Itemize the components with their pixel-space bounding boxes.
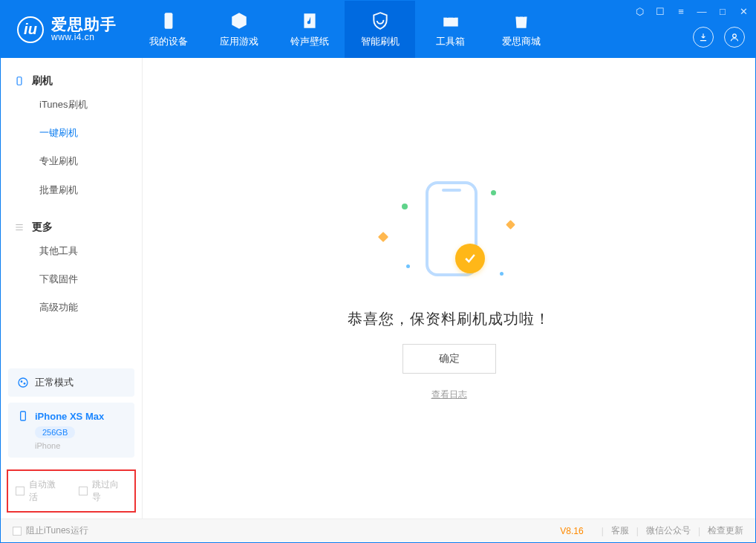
tab-store[interactable]: 爱思商城 xyxy=(486,1,556,58)
sidebar: 刷机 iTunes刷机 一键刷机 专业刷机 批量刷机 更多 其他工具 下载固件 … xyxy=(1,58,143,518)
ok-button[interactable]: 确定 xyxy=(403,344,496,374)
highlighted-options: 自动激活 跳过向导 xyxy=(7,469,136,513)
top-tabs: 我的设备 应用游戏 铃声壁纸 智能刷机 工具箱 爱思商城 xyxy=(133,1,556,58)
tab-my-device[interactable]: 我的设备 xyxy=(133,1,203,58)
tab-label: 智能刷机 xyxy=(361,35,400,48)
app-window: iu 爱思助手 www.i4.cn 我的设备 应用游戏 铃声壁纸 智能刷机 xyxy=(0,0,756,543)
spark-icon xyxy=(402,204,408,209)
user-icon xyxy=(729,32,740,42)
checkbox-label: 跳过向导 xyxy=(92,478,127,504)
download-icon xyxy=(698,32,708,42)
checkbox-box-icon xyxy=(13,527,22,536)
bag-icon xyxy=(512,11,531,30)
spark-icon xyxy=(506,220,515,230)
svg-point-1 xyxy=(733,34,737,38)
sidebar-item-advanced[interactable]: 高级功能 xyxy=(1,293,142,322)
logo-icon: iu xyxy=(17,16,44,43)
spark-icon xyxy=(500,272,504,276)
sidebar-item-pro-flash[interactable]: 专业刷机 xyxy=(1,147,142,175)
sidebar-item-onekey-flash[interactable]: 一键刷机 xyxy=(1,119,142,147)
svg-point-4 xyxy=(21,380,23,383)
checkbox-label: 阻止iTunes运行 xyxy=(26,524,88,537)
support-link[interactable]: 客服 xyxy=(611,524,629,537)
sidebar-item-other-tools[interactable]: 其他工具 xyxy=(1,237,142,265)
spark-icon xyxy=(491,190,496,195)
sidebar-item-itunes-flash[interactable]: iTunes刷机 xyxy=(1,91,142,119)
tab-ringtones-wallpapers[interactable]: 铃声壁纸 xyxy=(274,1,345,58)
maximize-button[interactable]: □ xyxy=(717,5,729,17)
tab-label: 应用游戏 xyxy=(220,35,258,48)
checkbox-box-icon xyxy=(79,487,88,495)
checkbox-label: 自动激活 xyxy=(29,478,64,504)
music-icon xyxy=(300,11,319,30)
mode-icon xyxy=(17,377,29,388)
checkbox-box-icon xyxy=(16,487,25,495)
tab-apps-games[interactable]: 应用游戏 xyxy=(203,1,274,58)
body: 刷机 iTunes刷机 一键刷机 专业刷机 批量刷机 更多 其他工具 下载固件 … xyxy=(1,58,755,518)
sidebar-scroll: 刷机 iTunes刷机 一键刷机 专业刷机 批量刷机 更多 其他工具 下载固件 … xyxy=(1,58,142,362)
tab-smart-flash[interactable]: 智能刷机 xyxy=(345,1,415,58)
mode-label: 正常模式 xyxy=(35,376,74,389)
app-name-cn: 爱思助手 xyxy=(51,16,117,33)
svg-point-5 xyxy=(24,383,26,385)
sidebar-group-label: 更多 xyxy=(32,221,53,234)
app-name-en: www.i4.cn xyxy=(51,33,117,42)
separator: | xyxy=(698,526,700,536)
phone-icon xyxy=(159,11,178,30)
device-small-icon xyxy=(14,76,25,86)
svg-rect-6 xyxy=(21,412,26,420)
sidebar-group-flash: 刷机 xyxy=(1,68,142,91)
check-update-link[interactable]: 检查更新 xyxy=(708,524,743,537)
checkbox-block-itunes[interactable]: 阻止iTunes运行 xyxy=(13,524,88,537)
refresh-shield-icon xyxy=(371,11,390,30)
device-card[interactable]: iPhone XS Max 256GB iPhone xyxy=(8,403,134,458)
logo-text: 爱思助手 www.i4.cn xyxy=(51,16,117,42)
sidebar-group-more: 更多 xyxy=(1,215,142,237)
spark-icon xyxy=(406,264,410,268)
footer: 阻止iTunes运行 V8.16 | 客服 | 微信公众号 | 检查更新 xyxy=(1,518,755,542)
window-controls: ⬡ ☐ ≡ ― □ ✕ xyxy=(633,5,749,17)
menu-icon[interactable]: ≡ xyxy=(675,5,687,17)
device-icon xyxy=(17,410,29,422)
tab-label: 工具箱 xyxy=(436,35,465,48)
account-button[interactable] xyxy=(724,27,745,48)
tab-label: 铃声壁纸 xyxy=(290,35,329,48)
svg-rect-0 xyxy=(164,13,172,29)
close-button[interactable]: ✕ xyxy=(737,5,749,17)
device-name: iPhone XS Max xyxy=(35,411,104,422)
wechat-link[interactable]: 微信公众号 xyxy=(646,524,691,537)
sidebar-item-batch-flash[interactable]: 批量刷机 xyxy=(1,176,142,204)
main-content: 恭喜您，保资料刷机成功啦！ 确定 查看日志 xyxy=(143,58,755,518)
success-message: 恭喜您，保资料刷机成功啦！ xyxy=(348,309,550,329)
logo-area: iu 爱思助手 www.i4.cn xyxy=(1,1,133,58)
version-label: V8.16 xyxy=(560,526,583,536)
minimize-button[interactable]: ― xyxy=(696,5,708,17)
mode-card[interactable]: 正常模式 xyxy=(8,368,134,397)
header-right-icons xyxy=(693,27,745,48)
download-button[interactable] xyxy=(693,27,714,48)
svg-rect-2 xyxy=(17,77,22,85)
header: iu 爱思助手 www.i4.cn 我的设备 应用游戏 铃声壁纸 智能刷机 xyxy=(1,1,755,58)
tab-label: 爱思商城 xyxy=(502,35,541,48)
separator: | xyxy=(636,526,639,536)
sidebar-group-label: 刷机 xyxy=(32,74,53,88)
spark-icon xyxy=(377,232,388,242)
cube-icon xyxy=(229,11,249,30)
svg-point-3 xyxy=(19,378,27,387)
tab-label: 我的设备 xyxy=(149,35,188,48)
list-icon xyxy=(14,222,25,233)
checkbox-skip-guide[interactable]: 跳过向导 xyxy=(79,478,127,504)
tshirt-icon[interactable]: ⬡ xyxy=(633,5,645,17)
view-log-link[interactable]: 查看日志 xyxy=(431,388,467,401)
sidebar-item-download-firmware[interactable]: 下载固件 xyxy=(1,265,142,293)
storage-badge: 256GB xyxy=(35,426,75,438)
tab-toolbox[interactable]: 工具箱 xyxy=(415,1,486,58)
success-illustration xyxy=(375,175,524,294)
device-type: iPhone xyxy=(35,441,126,450)
sidebar-cards: 正常模式 iPhone XS Max 256GB iPhone xyxy=(1,362,142,469)
separator: | xyxy=(602,526,604,536)
settings-icon[interactable]: ☐ xyxy=(654,5,666,17)
check-circle-icon xyxy=(455,244,485,273)
checkbox-auto-activate[interactable]: 自动激活 xyxy=(16,478,64,504)
toolbox-icon xyxy=(441,11,460,30)
